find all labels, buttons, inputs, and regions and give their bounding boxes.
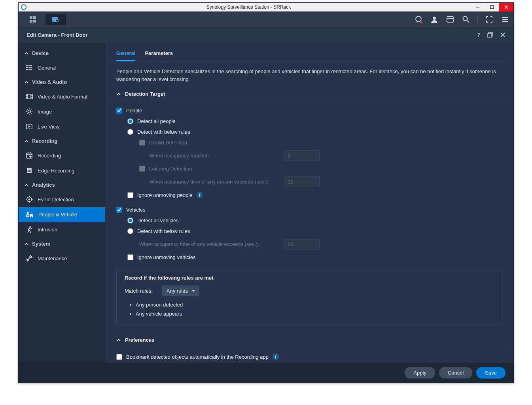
sidebar-item-intrusion[interactable]: Intrusion <box>19 222 105 237</box>
app-icon <box>21 4 27 10</box>
sidebar-item-general[interactable]: General <box>19 60 105 75</box>
sidebar: Device General Video & Audio Video & Aud… <box>19 43 105 363</box>
tools-icon <box>26 255 33 262</box>
section-video-audio[interactable]: Video & Audio <box>19 75 105 89</box>
chat-icon[interactable] <box>414 15 423 24</box>
radio-detect-all-people[interactable] <box>127 118 133 124</box>
list-icon <box>26 64 33 71</box>
label-ignore-unmoving-vehicles: Ignore unmoving vehicles <box>137 254 195 260</box>
tab-general[interactable]: General <box>116 48 135 61</box>
section-analytics[interactable]: Analytics <box>19 178 105 192</box>
info-icon[interactable]: i <box>273 354 279 360</box>
close-button[interactable] <box>499 3 513 11</box>
dialog-close-icon[interactable] <box>500 32 505 38</box>
fullscreen-icon[interactable] <box>485 15 494 24</box>
svg-point-11 <box>433 17 436 20</box>
input-occupancy <box>284 150 320 161</box>
svg-rect-4 <box>30 16 32 19</box>
label-detect-all-people: Detect all people <box>137 118 176 124</box>
caret-down-icon <box>192 290 195 293</box>
play-icon <box>26 123 33 130</box>
checkbox-ignore-unmoving-vehicles[interactable] <box>127 254 133 260</box>
content-pane: General Parameters People and Vehicle De… <box>105 43 513 363</box>
checkbox-bookmark[interactable] <box>116 354 122 360</box>
checkbox-people[interactable] <box>116 108 122 114</box>
group-preferences[interactable]: Preferences <box>111 333 508 347</box>
radio-detect-rules-vehicles[interactable] <box>127 228 133 234</box>
maximize-button[interactable] <box>485 3 499 11</box>
svg-line-42 <box>31 113 32 114</box>
checkbox-crowd-detection <box>139 140 145 146</box>
label-detect-rules-people: Detect with below rules <box>137 129 190 135</box>
label-detect-all-vehicles: Detect all vehicles <box>137 218 179 223</box>
group-detection-target[interactable]: Detection Target <box>111 87 508 101</box>
apply-button[interactable]: Apply <box>405 367 435 379</box>
svg-point-14 <box>463 16 468 21</box>
description-text: People and Vehicle Detection specializes… <box>111 61 508 87</box>
label-people: People <box>126 108 142 114</box>
radio-detect-all-vehicles[interactable] <box>127 218 133 223</box>
sd-icon: SD <box>26 167 33 174</box>
label-vehicles: Vehicles <box>126 207 145 213</box>
home-tab[interactable] <box>23 14 43 25</box>
sidebar-item-people-vehicle[interactable]: People & Vehicle <box>19 207 105 222</box>
app-toolbar <box>19 11 513 27</box>
section-system[interactable]: System <box>19 237 105 251</box>
svg-point-10 <box>416 16 421 22</box>
svg-point-23 <box>27 65 27 66</box>
svg-point-25 <box>27 67 27 68</box>
sidebar-item-maintenance[interactable]: Maintenance <box>19 251 105 266</box>
svg-text:SD: SD <box>27 169 31 172</box>
svg-rect-5 <box>33 16 36 19</box>
svg-line-43 <box>31 110 32 110</box>
sidebar-item-live-view[interactable]: Live View <box>19 119 105 134</box>
radio-detect-rules-people[interactable] <box>127 129 133 135</box>
label-match-rules: Match rules: <box>125 288 153 294</box>
dialog-header: Edit Camera - Front Door ? <box>19 27 513 43</box>
os-titlebar: Synology Surveillance Station - SRRack <box>19 3 513 11</box>
svg-line-41 <box>27 110 28 110</box>
menu-icon[interactable] <box>501 15 509 24</box>
restore-icon[interactable] <box>487 32 493 38</box>
sidebar-item-recording[interactable]: Recording <box>19 148 105 163</box>
search-icon[interactable] <box>462 15 470 24</box>
panel-icon[interactable] <box>446 15 454 24</box>
svg-line-44 <box>27 113 28 114</box>
input-vehicle-time <box>284 239 320 250</box>
svg-point-62 <box>32 216 33 218</box>
rule-item: Any vehicle appears <box>136 309 494 318</box>
tab-parameters[interactable]: Parameters <box>145 48 173 61</box>
section-device[interactable]: Device <box>19 46 105 60</box>
svg-point-27 <box>27 69 27 70</box>
svg-rect-1 <box>490 6 494 9</box>
help-icon[interactable]: ? <box>477 32 480 38</box>
minimize-button[interactable] <box>471 3 485 11</box>
sidebar-item-video-audio-format[interactable]: Video & Audio Format <box>19 89 105 104</box>
calendar-icon <box>26 152 33 159</box>
svg-point-9 <box>56 19 59 22</box>
sidebar-item-image[interactable]: Image <box>19 104 105 119</box>
dialog-footer: Apply Cancel Save <box>19 363 513 382</box>
window-title: Synology Surveillance Station - SRRack <box>27 4 471 10</box>
svg-rect-60 <box>30 214 33 216</box>
dropdown-match-rules[interactable]: Any rules <box>162 286 199 296</box>
svg-rect-7 <box>33 20 36 23</box>
save-button[interactable]: Save <box>476 367 505 379</box>
checkbox-ignore-unmoving-people[interactable] <box>127 192 133 198</box>
label-occupancy-time-person: When occupancy time of any person exceed… <box>150 179 280 185</box>
cancel-button[interactable]: Cancel <box>439 367 472 379</box>
checkbox-vehicles[interactable] <box>116 207 122 213</box>
chevron-up-icon <box>116 338 121 343</box>
svg-point-54 <box>29 199 30 200</box>
section-recording[interactable]: Recording <box>19 134 105 148</box>
sidebar-item-edge-recording[interactable]: SDEdge Recording <box>19 163 105 178</box>
svg-rect-29 <box>26 94 32 99</box>
info-icon[interactable]: i <box>197 192 203 198</box>
user-icon[interactable] <box>430 15 439 24</box>
rules-box: Record if the following rules are met Ma… <box>116 269 502 324</box>
film-icon <box>26 93 33 100</box>
camera-tab[interactable] <box>45 14 66 25</box>
svg-line-15 <box>467 21 469 23</box>
svg-rect-12 <box>447 17 453 22</box>
sidebar-item-event-detection[interactable]: Event Detection <box>19 192 105 207</box>
